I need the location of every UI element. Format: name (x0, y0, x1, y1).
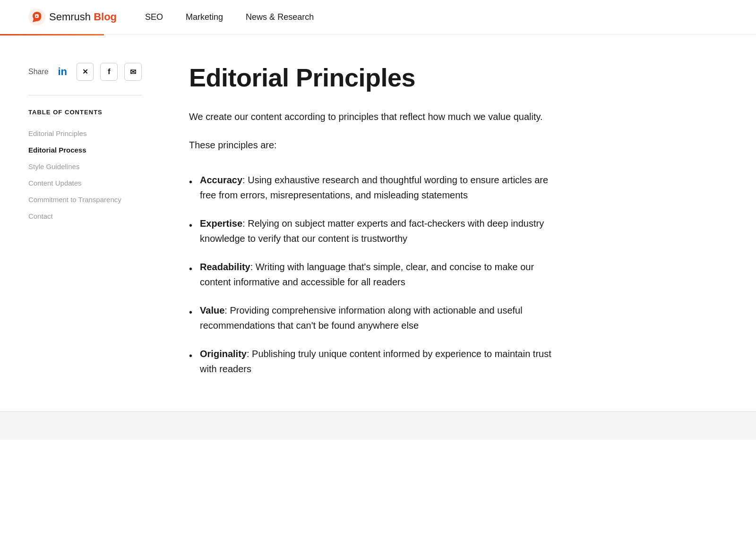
sidebar: Share in ✕ f ✉ TABLE OF CONTENTS Editori… (28, 63, 161, 383)
share-area: Share in ✕ f ✉ (28, 63, 142, 81)
principle-readability-text: Readability: Writing with language that'… (200, 259, 567, 290)
principle-readability: • Readability: Writing with language tha… (189, 253, 567, 296)
main-nav: SEO Marketing News & Research (145, 12, 314, 22)
logo[interactable]: Semrush Blog (28, 9, 117, 26)
nav-marketing[interactable]: Marketing (186, 12, 223, 22)
facebook-share-button[interactable]: f (100, 63, 118, 81)
toc-commitment-transparency[interactable]: Commitment to Transparency (28, 191, 142, 208)
principle-accuracy-text: Accuracy: Using exhaustive research and … (200, 172, 567, 203)
principles-intro: These principles are: (189, 137, 567, 153)
principle-originality-text: Originality: Publishing truly unique con… (200, 346, 567, 376)
toc-editorial-principles[interactable]: Editorial Principles (28, 125, 142, 142)
principle-value: • Value: Providing comprehensive informa… (189, 296, 567, 340)
principle-value-text: Value: Providing comprehensive informati… (200, 303, 567, 333)
footer-bar (0, 411, 756, 440)
email-share-button[interactable]: ✉ (124, 63, 142, 81)
principle-readability-term: Readability (200, 262, 250, 272)
main-content: Editorial Principles We create our conte… (161, 63, 567, 383)
bullet-icon: • (189, 218, 192, 233)
principles-list: • Accuracy: Using exhaustive research an… (189, 166, 567, 383)
logo-text: Semrush Blog (49, 11, 117, 23)
bullet-icon: • (189, 348, 192, 363)
semrush-logo-icon (28, 9, 45, 26)
toc-list: Editorial Principles Editorial Process S… (28, 125, 142, 224)
toc-title: TABLE OF CONTENTS (28, 109, 142, 116)
toc-style-guidelines[interactable]: Style Guidelines (28, 158, 142, 175)
principle-value-term: Value (200, 305, 224, 316)
principle-expertise: • Expertise: Relying on subject matter e… (189, 209, 567, 253)
principle-accuracy: • Accuracy: Using exhaustive research an… (189, 166, 567, 209)
sidebar-divider (28, 95, 142, 95)
principle-originality: • Originality: Publishing truly unique c… (189, 340, 567, 383)
nav-seo[interactable]: SEO (145, 12, 163, 22)
principle-originality-term: Originality (200, 349, 247, 359)
toc-contact[interactable]: Contact (28, 208, 142, 224)
linkedin-share-button[interactable]: in (55, 63, 70, 81)
site-header: Semrush Blog SEO Marketing News & Resear… (0, 0, 756, 34)
bullet-icon: • (189, 174, 192, 189)
toc-content-updates[interactable]: Content Updates (28, 175, 142, 191)
principle-expertise-text: Expertise: Relying on subject matter exp… (200, 216, 567, 246)
main-container: Share in ✕ f ✉ TABLE OF CONTENTS Editori… (0, 34, 756, 411)
bullet-icon: • (189, 261, 192, 276)
share-label: Share (28, 68, 49, 76)
nav-news-research[interactable]: News & Research (246, 12, 314, 22)
toc-editorial-process[interactable]: Editorial Process (28, 142, 142, 158)
x-twitter-share-button[interactable]: ✕ (77, 63, 94, 81)
page-title: Editorial Principles (189, 63, 567, 92)
intro-paragraph: We create our content according to princ… (189, 109, 567, 124)
bullet-icon: • (189, 305, 192, 320)
principle-accuracy-term: Accuracy (200, 175, 242, 185)
principle-expertise-term: Expertise (200, 218, 242, 229)
